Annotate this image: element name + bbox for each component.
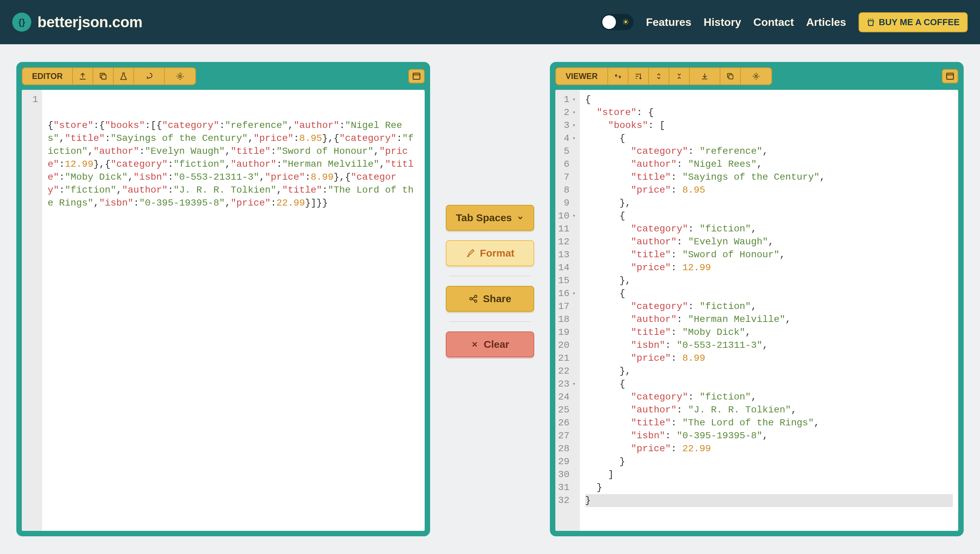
code-line: } [585,481,953,494]
transform-button[interactable] [134,68,165,84]
upload-button[interactable] [73,68,93,84]
expand-button[interactable] [649,68,669,84]
code-line: { [585,210,953,223]
flask-button[interactable] [114,68,134,84]
editor-code-area[interactable]: 1 {"store":{"books":[{"category":"refere… [22,90,425,531]
copy-button[interactable] [93,68,114,84]
line-number: 20 [558,339,576,352]
logo[interactable]: {} betterjson.com [12,13,142,32]
code-line: "category": "fiction", [585,223,953,236]
viewer-gutter: 1▾2▾3▾4▾5678910▾111213141516▾17181920212… [555,90,580,531]
code-line: { [585,287,953,300]
svg-rect-7 [729,75,733,79]
code-line: { [585,93,953,106]
code-line: { [585,132,953,145]
viewer-panel: VIEWER [550,62,964,536]
line-number: 27 [558,430,576,443]
code-line: "title": "The Lord of the Rings", [585,417,953,430]
chevron-down-icon [517,214,524,221]
viewer-content[interactable]: { "store": { "books": [ { "category": "r… [580,90,958,531]
code-line: "price": 8.95 [585,184,953,197]
line-number: 3▾ [558,119,576,132]
line-number: 5 [558,145,576,158]
sort-button[interactable] [628,68,649,84]
editor-toolbar-left: EDITOR [22,67,196,85]
line-number: 29 [558,455,576,468]
line-number: 22 [558,365,576,378]
line-number: 25 [558,404,576,417]
line-number: 2▾ [558,106,576,119]
close-icon [471,340,479,349]
nav-link-features[interactable]: Features [646,16,691,29]
tab-spaces-button[interactable]: Tab Spaces [446,205,534,231]
logo-icon: {} [12,13,31,32]
theme-toggle[interactable]: ☀ [601,14,633,30]
share-button[interactable]: Share [446,286,534,312]
main: EDITOR [0,44,980,554]
collapse-all-button[interactable] [608,68,628,84]
nav-link-contact[interactable]: Contact [753,16,794,29]
editor-label: EDITOR [22,68,73,84]
svg-point-6 [475,300,477,302]
nav-link-articles[interactable]: Articles [806,16,846,29]
divider [449,321,531,322]
clear-button[interactable]: Clear [446,331,534,357]
clear-label: Clear [484,339,509,350]
viewer-toolbar: VIEWER [555,67,958,85]
line-number: 26 [558,417,576,430]
code-line: }, [585,365,953,378]
viewer-code-area[interactable]: 1▾2▾3▾4▾5678910▾111213141516▾17181920212… [555,90,958,531]
svg-point-4 [470,298,472,300]
code-line: "title": "Moby Dick", [585,326,953,339]
format-button[interactable]: Format [446,240,534,266]
svg-rect-0 [102,75,106,79]
line-number: 10▾ [558,210,576,223]
line-number: 9 [558,197,576,210]
code-line: "store": { [585,106,953,119]
code-line: { [585,378,953,391]
code-line: "category": "fiction", [585,391,953,404]
editor-maximize-button[interactable] [408,69,425,83]
copy-viewer-button[interactable] [721,68,741,84]
line-number: 15 [558,274,576,287]
code-line: "author": "Nigel Rees", [585,158,953,171]
code-line: "price": 8.99 [585,352,953,365]
share-icon [469,294,478,304]
line-number: 7 [558,171,576,184]
middle-actions: Tab Spaces Format Share Clear [442,62,538,536]
line-number: 32 [558,494,576,507]
line-number: 28 [558,443,576,455]
buy-coffee-button[interactable]: BUY ME A COFFEE [859,12,968,32]
code-line: "author": "Evelyn Waugh", [585,236,953,248]
code-line: "category": "reference", [585,145,953,158]
viewer-label: VIEWER [556,68,608,84]
viewer-maximize-button[interactable] [942,69,958,83]
nav-link-history[interactable]: History [704,16,741,29]
editor-panel: EDITOR [16,62,430,536]
line-number: 31 [558,481,576,494]
line-number: 11 [558,223,576,236]
download-button[interactable] [690,68,721,84]
tab-spaces-label: Tab Spaces [456,212,512,224]
header: {} betterjson.com ☀ FeaturesHistoryConta… [0,0,980,44]
settings-button[interactable] [165,68,195,84]
code-line: "category": "fiction", [585,300,953,313]
line-number: 21 [558,352,576,365]
code-line: "author": "J. R. R. Tolkien", [585,404,953,417]
format-label: Format [480,247,514,259]
line-number: 17 [558,300,576,313]
code-line: "title": "Sword of Honour", [585,248,953,261]
editor-content[interactable]: {"store":{"books":[{"category":"referenc… [42,90,425,531]
line-number: 14 [558,261,576,274]
line-number: 6 [558,158,576,171]
line-number: 12 [558,236,576,248]
editor-gutter: 1 [22,90,42,531]
nav-links: FeaturesHistoryContactArticles [646,16,846,29]
line-number: 1▾ [558,93,576,106]
svg-point-1 [179,75,181,78]
collapse-button[interactable] [669,68,690,84]
code-line: }, [585,274,953,287]
line-number: 16▾ [558,287,576,300]
viewer-settings-button[interactable] [741,68,772,84]
code-line: "author": "Herman Melville", [585,313,953,326]
